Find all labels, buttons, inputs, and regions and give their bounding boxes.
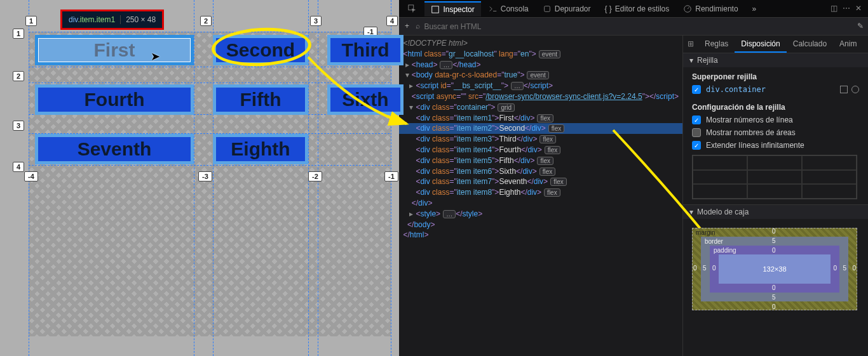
add-element-button[interactable]: + <box>399 21 414 32</box>
bm-margin-label: margin <box>696 229 715 236</box>
grid-col-num-neg: -4 <box>24 171 38 181</box>
grid-col-num: 1 <box>25 16 37 26</box>
checkbox-area-names[interactable] <box>692 128 701 137</box>
grid-item-label: Sixth <box>342 89 388 110</box>
more-menu-icon[interactable]: ⋯ <box>843 3 850 14</box>
grid-item[interactable]: Seventh <box>35 134 194 164</box>
bm-border-label: border <box>705 238 723 245</box>
edit-html-button[interactable]: ✎ <box>853 21 868 32</box>
grid-item[interactable]: Fourth <box>35 84 194 115</box>
expand-toggle[interactable]: ▸ <box>409 81 416 91</box>
markup-node[interactable]: <div class="item item1">First</div>flex <box>399 113 682 124</box>
devtools-panel: Inspector Consola Depurador { }Editor de… <box>399 0 868 356</box>
tab-console[interactable]: Consola <box>482 2 535 16</box>
subtab-layout[interactable]: Disposición <box>735 36 786 53</box>
grid-col-num: 4 <box>386 16 398 26</box>
markup-node[interactable]: <div class="item item3">Third</div>flex <box>399 134 682 145</box>
tooltip-selector: div.item.item1 <box>69 15 115 24</box>
grid-row-num: 3 <box>13 121 24 131</box>
grid-col-num: 2 <box>200 16 212 26</box>
grid-item-label: Fifth <box>240 89 281 110</box>
tab-styleeditor[interactable]: { }Editor de estilos <box>598 2 675 16</box>
flex-badge[interactable]: flex <box>539 168 556 176</box>
search-icon: ⌕ <box>414 21 421 32</box>
grid-selector-label: div.container <box>706 85 766 94</box>
markup-node[interactable]: <div class="item item8">Eighth</div>flex <box>399 187 682 198</box>
tab-inspector[interactable]: Inspector <box>424 1 480 16</box>
tooltip-dimensions: 250 × 48 <box>120 15 156 24</box>
rules-sidebar: ⊞ Reglas Disposición Calculado Anim ▾Rej… <box>682 36 868 356</box>
checkbox-line-numbers[interactable]: ✓ <box>692 115 701 124</box>
expand-toggle[interactable]: ▾ <box>405 70 412 81</box>
subtab-animations[interactable]: Anim <box>833 36 863 53</box>
box-model-diagram[interactable]: 132×38 margin border padding 0 5 0 0 5 0… <box>692 228 857 310</box>
debugger-icon <box>543 4 552 13</box>
grid-row-num: 4 <box>13 162 24 172</box>
console-icon <box>489 4 498 13</box>
inspector-icon <box>431 5 440 14</box>
sidebar-tab-toggle[interactable]: ⊞ <box>683 36 698 53</box>
tabs-overflow[interactable]: » <box>746 2 763 16</box>
grid-item[interactable]: Fifth <box>213 84 308 115</box>
subtab-computed[interactable]: Calculado <box>787 36 833 53</box>
markup-node[interactable]: <div class="item item5">Fifth</div>flex <box>399 155 682 166</box>
performance-icon <box>683 4 692 13</box>
element-tooltip: div.item.item1 250 × 48 <box>60 10 164 30</box>
expand-toggle[interactable]: ▸ <box>409 209 416 220</box>
flex-badge[interactable]: flex <box>544 188 560 197</box>
close-devtools-icon[interactable]: ✕ <box>855 3 862 14</box>
flex-badge[interactable]: flex <box>545 146 561 154</box>
checkbox-extend-lines[interactable]: ✓ <box>692 141 701 150</box>
mouse-cursor-icon: ➤ <box>151 49 160 63</box>
chevron-down-icon: ▾ <box>689 56 693 65</box>
grid-overlay-checkbox[interactable]: ✓ <box>692 85 701 94</box>
chevron-down-icon: ▾ <box>689 208 693 216</box>
flex-badge[interactable]: flex <box>539 135 556 143</box>
tab-performance[interactable]: Rendimiento <box>677 2 744 16</box>
pick-element-button[interactable] <box>402 2 423 16</box>
grid-item-label: Fourth <box>85 89 145 110</box>
page-viewport: 1 2 3 4 -4 -3 -2 -1 1 2 3 4 -1 First Sec… <box>0 0 399 356</box>
dock-side-icon[interactable]: ◫ <box>831 3 837 14</box>
markup-node[interactable]: <div class="item item6">Sixth</div>flex <box>399 166 682 177</box>
option-label: Mostrar números de línea <box>706 115 793 124</box>
markup-node[interactable]: <div class="item item4">Fourth</div>flex <box>399 145 682 155</box>
styleeditor-icon: { } <box>604 4 611 13</box>
grid-settings-heading: Configuración de la rejilla <box>692 103 859 112</box>
grid-item[interactable]: Eighth <box>213 134 308 164</box>
grid-badge[interactable]: grid <box>498 103 515 112</box>
event-badge[interactable]: event <box>539 50 560 58</box>
boxmodel-section-header[interactable]: ▾Modelo de caja <box>683 204 868 219</box>
grid-col-num-neg: -2 <box>308 171 322 181</box>
search-html-input[interactable] <box>421 20 853 34</box>
event-badge[interactable]: event <box>527 71 548 79</box>
grid-outline-icon[interactable] <box>840 86 848 93</box>
grid-item[interactable]: First <box>35 35 194 65</box>
option-label: Extender líneas infinitamente <box>706 141 804 150</box>
flex-badge[interactable]: flex <box>537 157 553 165</box>
expand-toggle[interactable]: ▾ <box>409 102 416 113</box>
flex-badge[interactable]: flex <box>548 124 565 133</box>
picker-icon <box>408 4 417 13</box>
tab-debugger[interactable]: Depurador <box>536 2 597 16</box>
mini-grid-preview[interactable] <box>692 155 857 199</box>
markup-node-selected[interactable]: <div class="item item2">Second</div>flex <box>399 123 682 134</box>
flex-badge[interactable]: flex <box>550 178 567 186</box>
markup-tree[interactable]: <!DOCTYPE html> <html class="gr__localho… <box>399 36 682 356</box>
subtab-rules[interactable]: Reglas <box>698 36 735 53</box>
grid-item[interactable]: Sixth <box>327 84 403 115</box>
svg-rect-1 <box>432 6 439 13</box>
grid-item-label: Eighth <box>231 138 290 160</box>
flex-badge[interactable]: flex <box>537 114 553 122</box>
grid-row-num: 1 <box>13 29 24 39</box>
doctype: <!DOCTYPE html> <box>403 39 467 48</box>
grid-item[interactable]: Third <box>327 35 403 65</box>
markup-search-bar: + ⌕ ✎ <box>399 18 868 36</box>
sidebar-subtabs: ⊞ Reglas Disposición Calculado Anim <box>683 36 868 53</box>
bm-padding-label: padding <box>714 247 736 254</box>
grid-section-header[interactable]: ▾Rejilla <box>683 53 868 67</box>
expand-toggle[interactable]: ▸ <box>405 60 412 70</box>
markup-node[interactable]: <div class="item item7">Seventh</div>fle… <box>399 176 682 187</box>
grid-color-swatch[interactable] <box>851 86 859 93</box>
grid-col-num: 3 <box>310 16 322 26</box>
